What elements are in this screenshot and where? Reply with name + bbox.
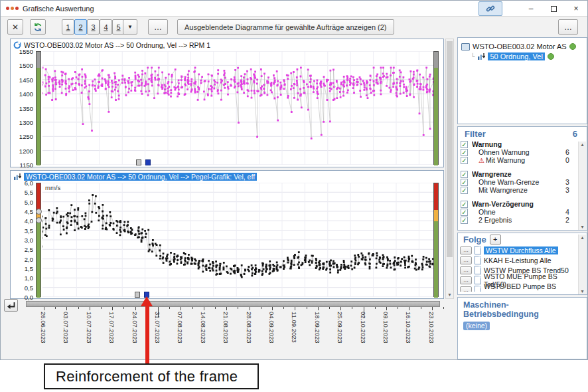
filter-row[interactable]: ✓Warnung [458,140,577,148]
filter-row[interactable]: ✓Mit Warngrenze3 [458,186,577,194]
rpm-scatter-plot[interactable] [42,51,433,165]
filter-row[interactable]: ✓Warn-Verzögerung [458,200,577,208]
folge-item[interactable]: …KKAH E-Leistung Alle [458,255,577,265]
charts-scrollbar[interactable]: ▾ [445,39,454,299]
range-handle-gray-bottom[interactable] [135,292,140,298]
chart-vibration[interactable]: WSTO-OBE003.02 Motor AS --> 50 Ordnung, … [10,170,444,299]
title-bar: Grafische Auswertung – × [1,1,587,17]
filter-checkbox[interactable]: ✓ [461,209,468,216]
folge-item[interactable]: …WSTW Durchfluss Alle [458,245,577,255]
link-icon[interactable] [478,1,502,16]
status-ok-icon [548,53,554,60]
scroll-up-icon[interactable]: ▴ [579,235,586,241]
date-label: 03.07.2023 [62,312,70,343]
filter-checkbox[interactable]: ✓ [461,187,468,194]
range-handle-blue-top[interactable] [145,159,151,165]
page-button-1[interactable]: 1 [62,19,74,35]
folge-panel: Folge + …WSTW Durchfluss Alle…KKAH E-Lei… [457,233,587,295]
page-dropdown-button[interactable]: ▼ [123,19,137,35]
folge-more-button[interactable]: … [460,246,472,254]
filter-label: Mit Warngrenze [472,186,565,194]
page-button-2[interactable]: 2 [74,19,87,35]
corner-more-button[interactable]: … [558,19,578,35]
filter-row[interactable]: ✓Warngrenze [458,170,577,178]
folge-more-button[interactable]: … [460,276,472,284]
add-folge-button[interactable]: + [490,235,501,245]
filter-row[interactable]: ✓Ohne4 [458,208,577,216]
page-button-4[interactable]: 4 [100,19,112,35]
app-icon [6,7,19,10]
timeline-tick [135,307,136,310]
chart-title[interactable]: WSTO-OBE003.02 Motor AS --> 50 Ordnung, … [24,41,210,49]
filter-checkbox[interactable]: ✓ [461,201,468,208]
folge-scrollbar[interactable]: ▴ ▾ [578,235,586,294]
date-label: 14.08.2023 [200,312,207,343]
toolbar-more-button[interactable]: … [148,19,168,35]
y-axis-tick: 1500 [16,62,33,69]
date-label: 28.08.2023 [246,312,253,343]
limit-strip [433,51,439,165]
scroll-up-icon[interactable]: ▴ [579,142,586,147]
y-axis-tick: 1150 [16,161,33,169]
y-axis-tick: 5,5 [16,189,33,196]
chart-rpm[interactable]: WSTO-OBE003.02 Motor AS --> 50 Ordnung, … [10,39,444,167]
filter-checkbox[interactable]: ✓ [461,141,468,148]
threshold-handle[interactable] [36,209,42,215]
timeline-tick [226,307,227,310]
filter-checkbox[interactable]: ✓ [461,149,468,156]
y-axis-tick: 4,0 [16,217,33,225]
range-handle-gray-top[interactable] [136,159,141,165]
filter-checkbox[interactable]: ✓ [461,157,468,164]
timeline-tick [386,307,387,310]
refresh-button[interactable] [30,19,46,35]
filter-checkbox[interactable]: ✓ [461,217,468,224]
filter-row[interactable]: ✓2 Ergebnis2 [458,216,577,224]
y-axis-tick: 4,5 [16,208,33,215]
folge-item[interactable]: …WSTO BED Pumpe BS Trd(50) [458,285,577,292]
folge-more-button[interactable]: … [460,256,472,264]
threshold-handle[interactable] [36,217,42,223]
show-hidden-diagrams-button[interactable]: Ausgeblendete Diagramme für gewählte Auf… [177,19,394,35]
filter-label: Warnung [472,140,565,148]
scroll-down-icon[interactable]: ▾ [579,288,586,294]
y-axis-tick: 3,0 [16,237,33,244]
timeline-tick [44,307,44,310]
folge-more-button[interactable]: … [460,266,472,274]
warning-icon: ⚠ [478,157,484,164]
tree-root-item[interactable]: WSTO-OBE003.02 Motor AS [461,43,583,50]
signal-tree-panel: WSTO-OBE003.02 Motor AS └ 50 Ordnung, Ve… [457,37,587,124]
filter-row[interactable]: ✓Ohnen Warnung6 [458,148,577,156]
back-arrow-icon [7,302,15,309]
y-axis-tick: 0,5 [16,284,33,292]
document-icon [475,276,481,284]
filter-row[interactable]: ✓Ohne Warn-Grenze3 [458,178,577,186]
zoom-back-button[interactable] [4,299,18,312]
minimize-button[interactable]: – [520,1,542,16]
scrollbar-thumb[interactable] [447,41,453,257]
filter-scrollbar[interactable]: ▴ ▾ [578,142,586,230]
page-button-3[interactable]: 3 [87,19,100,35]
timeline-tick [250,307,250,310]
date-label: 04.09.2023 [268,312,275,343]
date-label: 23.10.2023 [428,312,435,343]
chart-title-selected[interactable]: WSTO-OBE003.02 Motor AS --> 50 Ordnung, … [24,173,257,181]
timeline-tick [272,307,273,310]
tree-child-item[interactable]: └ 50 Ordnung, Vel [471,52,583,60]
folge-more-button[interactable]: … [460,286,472,292]
screenshot-root: Grafische Auswertung – × ✕ 12345 ▼ … Aus… [0,0,588,392]
filter-count: 3 [565,178,577,186]
maximize-button[interactable] [542,1,565,16]
filter-checkbox[interactable]: ✓ [461,179,468,186]
annotation-arrow-shaft [145,306,149,363]
filter-row[interactable]: ✓⚠Mit Warnung0 [458,156,577,164]
y-axis-tick: 3,5 [16,227,33,235]
tree-child-label: 50 Ordnung, Vel [488,52,545,60]
vibration-scatter-plot[interactable] [42,183,433,297]
filter-checkbox[interactable]: ✓ [461,171,468,178]
timeline-tick [432,307,433,310]
timeline-ruler[interactable] [26,301,440,307]
close-button[interactable]: × [565,1,587,16]
clear-button[interactable]: ✕ [7,19,23,35]
scroll-down-icon[interactable]: ▾ [579,224,586,230]
scroll-down-icon[interactable]: ▾ [446,292,453,298]
